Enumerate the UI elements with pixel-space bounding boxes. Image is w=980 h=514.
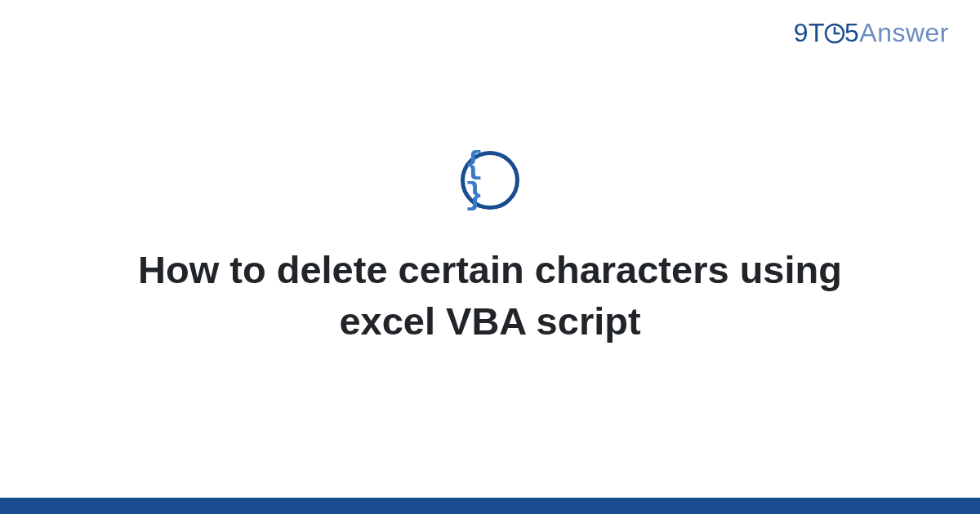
category-badge: { } bbox=[461, 151, 519, 210]
footer-bar bbox=[0, 498, 980, 514]
page-title: How to delete certain characters using e… bbox=[82, 244, 898, 348]
code-braces-icon: { } bbox=[465, 149, 515, 211]
main-content: { } How to delete certain characters usi… bbox=[0, 0, 980, 498]
